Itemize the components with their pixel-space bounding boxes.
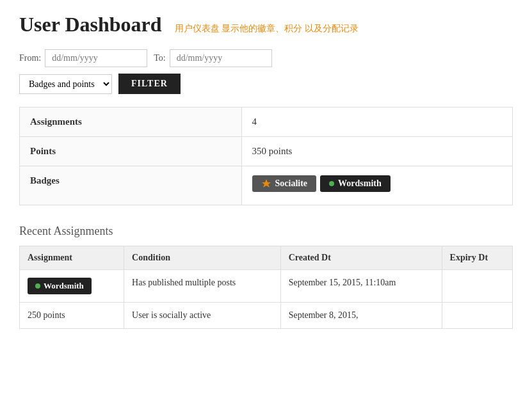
svg-marker-0 — [262, 179, 271, 187]
from-date-input[interactable] — [45, 49, 147, 67]
category-dropdown[interactable]: Badges and points — [19, 74, 112, 94]
socialite-badge: Socialite — [252, 175, 317, 192]
assignments-label: Assignments — [20, 107, 242, 137]
page-subtitle: 用户仪表盘 显示他的徽章、积分 以及分配记录 — [175, 23, 359, 35]
assignments-value: 4 — [241, 107, 513, 137]
table-row: 250 points User is socially active Septe… — [20, 303, 513, 329]
from-label: From: — [19, 53, 41, 63]
wordsmith-assignment-label: Wordsmith — [44, 281, 84, 291]
condition-cell: Has published multiple posts — [124, 270, 281, 303]
page-title: User Dashboard — [19, 13, 162, 36]
condition-cell: User is socially active — [124, 303, 281, 329]
assignment-cell: Wordsmith — [20, 270, 124, 303]
created-dt-cell: September 8, 2015, — [280, 303, 442, 329]
socialite-icon — [261, 179, 271, 189]
table-row: Assignments 4 — [20, 107, 513, 137]
points-value: 350 points — [241, 137, 513, 166]
table-row: Points 350 points — [20, 137, 513, 166]
badges-cell: Socialite Wordsmith — [241, 166, 513, 205]
wordsmith-badge: Wordsmith — [320, 175, 391, 192]
to-date-input[interactable] — [170, 49, 272, 67]
wordsmith-dot-icon — [35, 283, 40, 289]
col-assignment: Assignment — [20, 246, 124, 270]
assignment-cell: 250 points — [20, 303, 124, 329]
expiry-dt-cell — [442, 270, 512, 303]
assignments-table: Assignment Condition Created Dt Expiry D… — [19, 246, 513, 329]
wordsmith-dot-icon — [329, 181, 334, 186]
col-created-dt: Created Dt — [280, 246, 442, 270]
filter-button[interactable]: FILTER — [118, 74, 181, 94]
expiry-dt-cell — [442, 303, 512, 329]
col-condition: Condition — [124, 246, 281, 270]
table-row: Badges Socialite Wordsmit — [20, 166, 513, 205]
wordsmith-badge-label: Wordsmith — [338, 179, 382, 189]
summary-table: Assignments 4 Points 350 points Badges — [19, 107, 513, 205]
badges-label: Badges — [20, 166, 242, 205]
recent-assignments-title: Recent Assignments — [19, 225, 513, 238]
socialite-badge-label: Socialite — [275, 179, 308, 189]
to-label: To: — [154, 53, 165, 63]
table-row: Wordsmith Has published multiple posts S… — [20, 270, 513, 303]
wordsmith-assignment-badge: Wordsmith — [28, 278, 92, 294]
col-expiry-dt: Expiry Dt — [442, 246, 512, 270]
created-dt-cell: September 15, 2015, 11:10am — [280, 270, 442, 303]
points-label: Points — [20, 137, 242, 166]
